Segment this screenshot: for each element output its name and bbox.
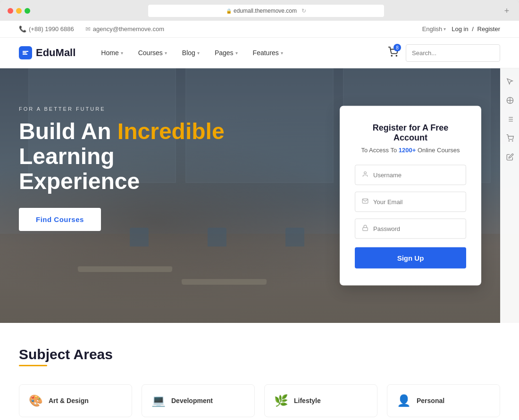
lifestyle-icon: 🌿: [274, 394, 288, 407]
subject-card-art[interactable]: 🎨 Art & Design: [19, 384, 132, 417]
nav-courses-label: Courses: [138, 49, 163, 57]
lang-chevron-icon: ▾: [444, 26, 446, 32]
auth-links: Log in / Register: [452, 25, 500, 33]
nav-features-label: Features: [253, 49, 279, 57]
side-toolbar: [500, 68, 519, 323]
hero-title-highlight: Incredible: [117, 119, 225, 144]
browser-content: 📞 (+88) 1990 6886 ✉ agency@thememove.com…: [0, 21, 519, 420]
top-bar-right: English ▾ Log in / Register: [422, 25, 500, 33]
subject-card-lifestyle[interactable]: 🌿 Lifestyle: [264, 384, 377, 417]
subject-areas-title: Subject Areas: [19, 346, 113, 362]
language-selector[interactable]: English ▾: [422, 25, 446, 33]
svg-point-1: [396, 55, 397, 56]
subject-card-development[interactable]: 💻 Development: [142, 384, 255, 417]
user-icon: [362, 171, 368, 179]
email-icon: ✉: [85, 25, 91, 33]
lock-icon: [362, 225, 368, 233]
toolbar-grid-icon[interactable]: [506, 97, 514, 106]
svg-point-0: [391, 55, 392, 56]
subject-lifestyle-label: Lifestyle: [294, 397, 321, 404]
main-navigation: EduMall Home ▾ Courses ▾ Blog ▾ Pages ▾: [0, 38, 519, 68]
register-link[interactable]: Register: [477, 25, 500, 33]
address-bar[interactable]: 🔒 edumall.thememove.com ↻: [148, 5, 384, 17]
hero-section: FOR A BETTER FUTURE Build An Incredible …: [0, 68, 519, 323]
nav-blog-label: Blog: [182, 49, 195, 57]
home-chevron-icon: ▾: [121, 50, 123, 56]
phone-icon: 📞: [19, 25, 26, 33]
subject-areas-section: Subject Areas 🎨 Art & Design 💻 Developme…: [0, 323, 519, 420]
login-link[interactable]: Log in: [452, 25, 468, 33]
art-icon: 🎨: [29, 394, 43, 407]
subject-personal-label: Personal: [417, 397, 444, 404]
logo-icon: [19, 46, 32, 59]
lock-icon: 🔒: [226, 8, 232, 14]
password-input[interactable]: [373, 225, 459, 232]
nav-item-courses[interactable]: Courses ▾: [132, 45, 174, 60]
nav-item-pages[interactable]: Pages ▾: [208, 45, 244, 60]
subject-art-label: Art & Design: [49, 397, 89, 404]
subject-dev-label: Development: [171, 397, 213, 404]
top-bar: 📞 (+88) 1990 6886 ✉ agency@thememove.com…: [0, 21, 519, 38]
blog-chevron-icon: ▾: [197, 50, 200, 56]
reg-card-title: Register for A Free Account: [355, 123, 466, 143]
top-bar-left: 📞 (+88) 1990 6886 ✉ agency@thememove.com: [19, 25, 164, 33]
nav-links: Home ▾ Courses ▾ Blog ▾ Pages ▾ Features: [94, 45, 388, 60]
nav-right: 8: [388, 44, 500, 62]
hero-title-part1: Build An: [19, 119, 117, 144]
nav-item-home[interactable]: Home ▾: [94, 45, 129, 60]
traffic-lights: [8, 8, 30, 14]
toolbar-cart-icon[interactable]: [506, 134, 514, 144]
language-label: English: [422, 25, 443, 33]
registration-card: Register for A Free Account To Access To…: [340, 106, 481, 286]
nav-pages-label: Pages: [215, 49, 234, 57]
signup-button[interactable]: Sign Up: [355, 247, 466, 269]
email-address: agency@thememove.com: [93, 25, 164, 33]
svg-point-4: [364, 172, 367, 174]
email-input[interactable]: [373, 198, 459, 206]
toolbar-cursor-icon[interactable]: [506, 78, 514, 87]
nav-item-features[interactable]: Features ▾: [246, 45, 290, 60]
close-button[interactable]: [8, 8, 13, 14]
reload-icon[interactable]: ↻: [301, 8, 306, 14]
svg-rect-5: [363, 228, 368, 231]
cart-badge: 8: [393, 44, 401, 51]
toolbar-list-icon[interactable]: [506, 115, 514, 125]
find-courses-button[interactable]: Find Courses: [19, 208, 101, 231]
browser-window: 🔒 edumall.thememove.com ↻ + 📞 (+88) 1990…: [0, 0, 519, 420]
hero-subtitle: FOR A BETTER FUTURE: [19, 106, 241, 112]
phone-number: (+88) 1990 6886: [29, 25, 74, 33]
courses-chevron-icon: ▾: [165, 50, 167, 56]
email-contact: ✉ agency@thememove.com: [85, 25, 164, 33]
email-field[interactable]: [355, 192, 466, 212]
username-field[interactable]: [355, 165, 466, 185]
phone-contact: 📞 (+88) 1990 6886: [19, 25, 74, 33]
maximize-button[interactable]: [25, 8, 30, 14]
envelope-icon: [362, 198, 368, 206]
logo[interactable]: EduMall: [19, 46, 75, 59]
dev-icon: 💻: [151, 394, 166, 407]
search-button[interactable]: [497, 45, 500, 61]
username-input[interactable]: [373, 172, 459, 179]
search-input[interactable]: [406, 46, 497, 60]
reg-sub-prefix: To Access To: [361, 147, 399, 154]
toolbar-edit-icon[interactable]: [506, 153, 514, 163]
hero-title: Build An Incredible Learning Experience: [19, 119, 241, 194]
reg-sub-suffix: Online Courses: [416, 147, 460, 154]
features-chevron-icon: ▾: [281, 50, 283, 56]
logo-svg: [22, 49, 29, 57]
new-tab-button[interactable]: +: [502, 6, 511, 16]
minimize-button[interactable]: [16, 8, 22, 14]
reg-sub-highlight: 1200+: [399, 147, 416, 154]
hero-title-part2: Learning Experience: [19, 144, 140, 194]
auth-separator: /: [472, 25, 474, 33]
password-field[interactable]: [355, 219, 466, 239]
subject-card-personal[interactable]: 👤 Personal: [387, 384, 500, 417]
cart-button[interactable]: 8: [388, 47, 398, 59]
url-text: edumall.thememove.com: [234, 8, 297, 14]
personal-icon: 👤: [397, 394, 411, 407]
logo-text: EduMall: [36, 47, 75, 59]
nav-item-blog[interactable]: Blog ▾: [176, 45, 206, 60]
pages-chevron-icon: ▾: [235, 50, 238, 56]
search-box[interactable]: [406, 44, 500, 62]
reg-card-subtitle: To Access To 1200+ Online Courses: [355, 147, 466, 154]
